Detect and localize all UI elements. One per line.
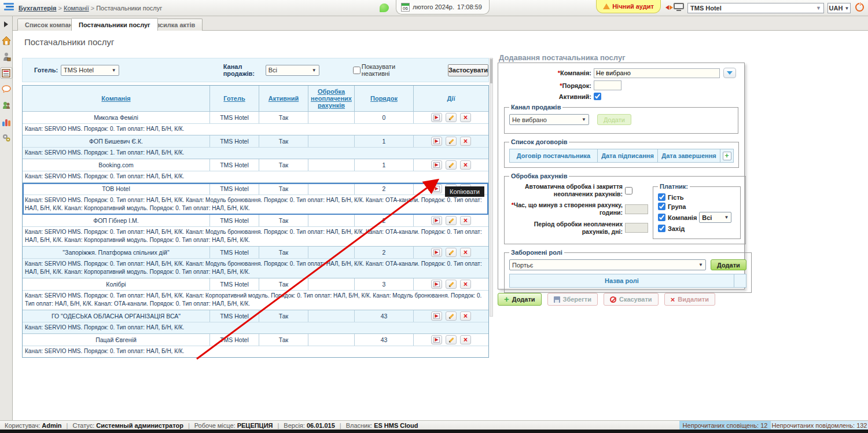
channel-filter-select[interactable]: Всі ▼ <box>266 65 319 76</box>
sidebar-item-accounting[interactable] <box>1 67 12 79</box>
order-field[interactable] <box>594 80 621 90</box>
sidebar-item-users[interactable] <box>1 100 12 111</box>
workstation-icon[interactable] <box>674 3 684 12</box>
add-contract-button[interactable]: + <box>720 149 733 162</box>
copy-button[interactable]: ▶ <box>431 280 442 289</box>
elapsed-time-field[interactable] <box>625 204 648 214</box>
copy-button[interactable]: ▶ <box>431 137 442 146</box>
chevron-down-icon: ▼ <box>844 6 849 11</box>
payer-guest-checkbox[interactable] <box>658 193 665 201</box>
pencil-icon <box>448 281 454 287</box>
edit-button[interactable] <box>446 280 457 289</box>
form-save-button[interactable]: Зберегти <box>547 293 598 306</box>
supplier-row-group: ФОП Бишевич Є.К. TMS Hotel Так 1 ▶ × Кан… <box>23 135 488 159</box>
copy-button[interactable]: ▶ <box>431 184 442 193</box>
form-actions: +Додати Зберегти Скасувати ×Видалити <box>498 293 715 306</box>
edit-button[interactable] <box>446 113 457 122</box>
company-field[interactable] <box>594 68 720 78</box>
header-hotel[interactable]: Готель <box>210 86 259 111</box>
delete-button[interactable]: × <box>460 113 471 122</box>
header-sign-date[interactable]: Дата підписання <box>598 149 658 162</box>
form-add-button[interactable]: +Додати <box>498 293 542 306</box>
unread-messages-badge[interactable]: Непрочитаних повідомлень: 132 <box>771 421 868 430</box>
delete-button[interactable]: × <box>460 280 471 289</box>
breadcrumb-companies[interactable]: Компанії <box>64 5 89 12</box>
payer-company-select[interactable]: Всі▼ <box>699 212 731 223</box>
header-role-name[interactable]: Назва ролі <box>510 274 734 287</box>
sales-channel-select[interactable]: Не вибрано ▼ <box>509 114 589 125</box>
header-unpaid-processing[interactable]: Обробка неоплачених рахунків <box>308 86 355 111</box>
form-cancel-button[interactable]: Скасувати <box>604 293 659 306</box>
edit-button[interactable] <box>446 160 457 170</box>
unread-notifications-badge[interactable]: Непрочитаних сповіщень: 12 <box>679 421 771 430</box>
header-order[interactable]: Порядок <box>355 86 414 111</box>
auto-processing-checkbox[interactable] <box>625 187 632 195</box>
copy-button[interactable]: ▶ <box>431 335 442 344</box>
payer-company-checkbox[interactable] <box>658 214 665 221</box>
breadcrumb-accounting[interactable]: Бухгалтерія <box>19 5 57 12</box>
copy-button[interactable]: ▶ <box>431 248 442 257</box>
app-logo-icon[interactable] <box>3 3 15 13</box>
payer-event-checkbox[interactable] <box>658 225 665 232</box>
apply-button[interactable]: Застосувати <box>448 64 488 76</box>
copy-button[interactable]: ▶ <box>431 113 442 122</box>
table-row[interactable]: ГО "ОДЕСЬКА ОБЛАСНА ОРГАНІЗАЦІЯ ВСА" TMS… <box>23 310 488 322</box>
header-contract[interactable]: Договір постачальника <box>510 149 598 162</box>
delete-button[interactable]: × <box>460 137 471 146</box>
hotel-context-select[interactable]: TMS Hotel ▼ <box>687 3 824 13</box>
hotel-filter-select[interactable]: TMS Hotel ▼ <box>61 65 119 76</box>
table-row[interactable]: ФОП Гібнер І.М. TMS Hotel Так 2 ▶ × <box>23 215 488 226</box>
copy-button[interactable]: ▶ <box>431 311 442 321</box>
processing-period-field[interactable] <box>625 223 648 233</box>
logout-power-button[interactable] <box>855 3 865 13</box>
sidebar-item-settings[interactable] <box>1 132 12 144</box>
date-time-widget[interactable]: 06 лютого 2024р. 17:08:59 <box>396 0 490 14</box>
delete-button[interactable]: × <box>460 335 471 344</box>
delete-button[interactable]: × <box>460 160 471 170</box>
header-company[interactable]: Компанія <box>23 86 210 111</box>
currency-select[interactable]: UAH ▼ <box>827 3 851 13</box>
copy-button[interactable]: ▶ <box>431 216 442 225</box>
swap-arrows-icon[interactable] <box>665 5 673 10</box>
table-row[interactable]: Booking.com TMS Hotel Так 1 ▶ × <box>23 159 488 171</box>
header-active[interactable]: Активний <box>259 86 308 111</box>
company-lookup-button[interactable] <box>723 68 736 78</box>
add-role-button[interactable]: Додати <box>711 259 746 270</box>
sidebar-item-chat[interactable] <box>1 83 12 95</box>
edit-button[interactable] <box>446 335 457 344</box>
copy-icon: ▶ <box>433 138 439 144</box>
edit-button[interactable] <box>446 248 457 257</box>
role-select[interactable]: Портьє ▼ <box>509 259 706 270</box>
table-row[interactable]: "Запоріжжя. Платформа спільних дій" TMS … <box>23 247 488 258</box>
table-row[interactable]: Пацай Євгеній TMS Hotel Так 43 ▶ × <box>23 334 488 346</box>
payer-group-checkbox[interactable] <box>658 203 665 210</box>
chat-status-icon[interactable] <box>380 3 389 12</box>
delete-button[interactable]: × <box>460 216 471 225</box>
sidebar-expand-button[interactable] <box>1 19 12 30</box>
show-inactive-checkbox[interactable] <box>353 67 361 74</box>
cell-hotel: TMS Hotel <box>210 135 259 147</box>
table-row[interactable]: Миколка Фемілі TMS Hotel Так 0 ▶ × <box>23 112 488 123</box>
delete-button[interactable]: × <box>460 248 471 257</box>
edit-button[interactable] <box>446 311 457 321</box>
header-end-date[interactable]: Дата завершення <box>658 149 720 162</box>
tab-service-suppliers[interactable]: Постачальники послуг <box>71 18 158 31</box>
edit-button[interactable] <box>446 216 457 225</box>
sidebar-item-reports[interactable] <box>1 116 12 127</box>
table-row[interactable]: ТОВ Hotel TMS Hotel Так 2 ▶ × <box>23 183 488 195</box>
table-row[interactable]: Колібрі TMS Hotel Так 3 ▶ × <box>23 278 488 290</box>
form-delete-button[interactable]: ×Видалити <box>664 293 715 306</box>
active-checkbox[interactable] <box>594 93 601 100</box>
supplier-row-group: "Запоріжжя. Платформа спільних дій" TMS … <box>23 247 488 278</box>
delete-button[interactable]: × <box>460 311 471 321</box>
add-channel-button[interactable]: Додати <box>597 114 631 125</box>
edit-button[interactable] <box>446 137 457 146</box>
copy-button[interactable]: ▶ <box>431 160 442 170</box>
sidebar-item-home[interactable] <box>1 35 12 46</box>
sidebar-item-guests[interactable] <box>1 51 12 63</box>
vertical-scrollbar[interactable] <box>490 58 493 317</box>
cell-company: "Запоріжжя. Платформа спільних дій" <box>23 247 210 258</box>
night-audit-button[interactable]: Нічний аудит <box>596 0 661 13</box>
copy-icon: ▶ <box>433 249 439 255</box>
table-row[interactable]: ФОП Бишевич Є.К. TMS Hotel Так 1 ▶ × <box>23 135 488 147</box>
